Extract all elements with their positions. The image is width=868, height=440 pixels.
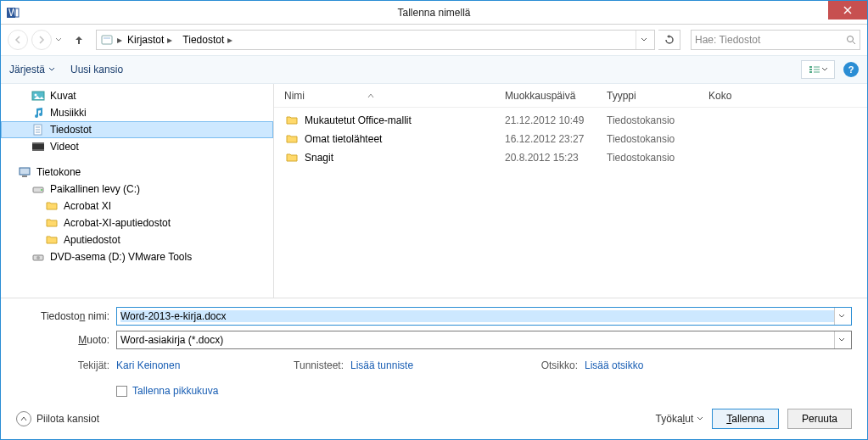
svg-rect-23 (32, 149, 44, 151)
chevron-down-icon (48, 67, 55, 72)
refresh-button[interactable] (658, 30, 680, 50)
folder-icon (100, 33, 114, 47)
tree-item-label: Acrobat XI (64, 200, 111, 212)
folder-icon (45, 216, 59, 230)
sort-asc-icon (367, 93, 374, 98)
tree-item[interactable]: Aputiedostot (1, 231, 273, 248)
svg-point-29 (36, 256, 40, 259)
tree-item[interactable]: Tiedostot (1, 121, 273, 138)
organize-menu[interactable]: Järjestä (9, 64, 55, 75)
svg-rect-21 (32, 143, 44, 150)
title-value[interactable]: Lisää otsikko (585, 359, 737, 371)
search-icon (846, 35, 856, 45)
tree-item-label: DVD-asema (D:) VMware Tools (50, 251, 192, 263)
authors-value[interactable]: Kari Keinonen (116, 359, 269, 371)
thumbnail-checkbox[interactable] (116, 386, 127, 397)
tags-value[interactable]: Lisää tunniste (350, 359, 503, 371)
tree-item[interactable]: Musiikki (1, 104, 273, 121)
dialog-footer: Piilota kansiot Työkalut Tallenna Peruut… (1, 404, 867, 439)
row-type: Tiedostokansio (607, 152, 708, 164)
svg-rect-22 (32, 142, 44, 144)
tree-item-label: Tiedostot (50, 124, 92, 136)
breadcrumb[interactable]: ▸ Kirjastot▸ Tiedostot▸ (96, 30, 655, 50)
svg-rect-2 (15, 8, 19, 17)
column-name[interactable]: Nimi (284, 90, 505, 102)
svg-point-16 (35, 94, 37, 97)
svg-rect-10 (809, 69, 812, 70)
search-placeholder: Hae: Tiedostot (695, 34, 846, 46)
navigation-bar: ▸ Kirjastot▸ Tiedostot▸ Hae: Tiedostot (1, 25, 867, 55)
format-value: Word-asiakirja (*.docx) (120, 334, 834, 346)
document-icon (31, 123, 45, 136)
folder-icon (284, 151, 300, 164)
tree-item[interactable]: Tietokone (1, 164, 273, 181)
computer-icon (18, 165, 31, 179)
dialog-body: KuvatMusiikkiTiedostotVideotTietokonePai… (1, 84, 867, 298)
folder-icon (284, 132, 300, 146)
chevron-down-icon[interactable] (834, 308, 848, 325)
column-headers: Nimi Muokkauspäivä Tyyppi Koko (274, 84, 867, 108)
row-date: 20.8.2012 15:23 (505, 152, 607, 164)
search-input[interactable]: Hae: Tiedostot (691, 30, 860, 50)
tools-menu[interactable]: Työkalut (656, 413, 704, 425)
tree-item[interactable]: Acrobat-XI-aputiedostot (1, 214, 273, 231)
column-size[interactable]: Koko (708, 90, 776, 102)
breadcrumb-segment[interactable]: Tiedostot▸ (177, 31, 238, 49)
close-button[interactable] (828, 1, 867, 19)
music-icon (31, 106, 45, 120)
tree-item-label: Videot (50, 141, 79, 153)
video-icon (31, 140, 45, 153)
save-form: Tiedoston nimi: Word-2013-e-kirja.docx M… (1, 298, 867, 404)
folder-icon (284, 114, 300, 127)
svg-point-27 (41, 189, 42, 191)
breadcrumb-dropdown[interactable] (636, 31, 651, 49)
cancel-button[interactable]: Peruuta (787, 409, 852, 429)
tags-label: Tunnisteet: (276, 359, 344, 371)
navigation-tree[interactable]: KuvatMusiikkiTiedostotVideotTietokonePai… (1, 84, 274, 298)
column-date[interactable]: Muokkauspäivä (505, 90, 607, 102)
view-options-button[interactable] (801, 60, 835, 79)
tree-item[interactable]: Paikallinen levy (C:) (1, 181, 273, 198)
drive-icon (31, 182, 45, 196)
filename-combo[interactable]: Word-2013-e-kirja.docx (116, 307, 852, 326)
up-button[interactable] (70, 31, 87, 48)
table-row[interactable]: Mukautetut Office-mallit21.12.2012 10:49… (274, 111, 867, 130)
tree-item[interactable]: Kuvat (1, 87, 273, 104)
svg-rect-24 (20, 168, 30, 175)
help-button[interactable]: ? (843, 62, 859, 77)
dvd-icon (31, 250, 45, 264)
table-row[interactable]: Snagit20.8.2012 15:23Tiedostokansio (274, 148, 867, 167)
svg-rect-25 (22, 175, 27, 177)
back-button[interactable] (8, 30, 28, 50)
chevron-down-icon (822, 68, 827, 72)
row-name: Omat tietolähteet (305, 133, 505, 145)
row-type: Tiedostokansio (607, 114, 708, 126)
tree-item-label: Tietokone (36, 166, 81, 178)
list-view-icon (809, 65, 820, 74)
tree-item[interactable]: Acrobat XI (1, 198, 273, 214)
filename-label: Tiedoston nimi: (16, 310, 109, 322)
tree-item-label: Kuvat (50, 90, 76, 102)
svg-rect-11 (809, 71, 812, 73)
row-name: Snagit (305, 152, 505, 164)
save-as-dialog: W Tallenna nimellä ▸ Kirjastot▸ Tiedosto… (0, 0, 868, 440)
format-combo[interactable]: Word-asiakirja (*.docx) (116, 331, 852, 349)
table-row[interactable]: Omat tietolähteet16.12.2012 23:27Tiedost… (274, 130, 867, 148)
toolbar: Järjestä Uusi kansio ? (1, 55, 867, 84)
tree-item-label: Aputiedostot (64, 234, 120, 246)
row-name: Mukautetut Office-mallit (305, 114, 505, 126)
thumbnail-label: Tallenna pikkukuva (132, 385, 218, 397)
column-type[interactable]: Tyyppi (607, 90, 708, 102)
hide-folders-button[interactable]: Piilota kansiot (16, 411, 99, 426)
breadcrumb-segment[interactable]: Kirjastot▸ (122, 31, 177, 49)
save-button[interactable]: Tallenna (712, 409, 779, 429)
history-dropdown-icon[interactable] (55, 37, 62, 42)
tree-item[interactable]: DVD-asema (D:) VMware Tools (1, 248, 273, 265)
svg-point-7 (848, 36, 854, 42)
new-folder-button[interactable]: Uusi kansio (70, 64, 123, 75)
row-date: 16.12.2012 23:27 (505, 133, 607, 145)
chevron-down-icon[interactable] (834, 331, 848, 348)
tree-item[interactable]: Videot (1, 138, 273, 155)
folder-icon (45, 199, 59, 213)
forward-button[interactable] (31, 30, 52, 50)
